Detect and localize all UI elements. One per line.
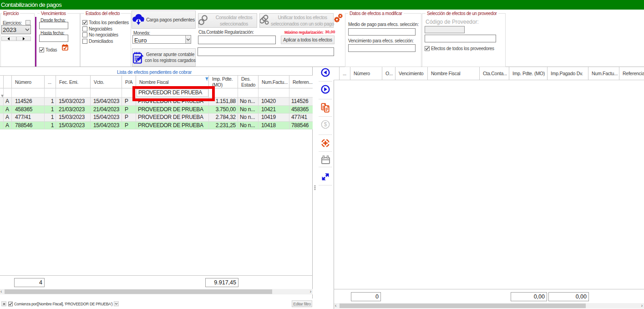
svg-text:$: $: [324, 121, 327, 128]
